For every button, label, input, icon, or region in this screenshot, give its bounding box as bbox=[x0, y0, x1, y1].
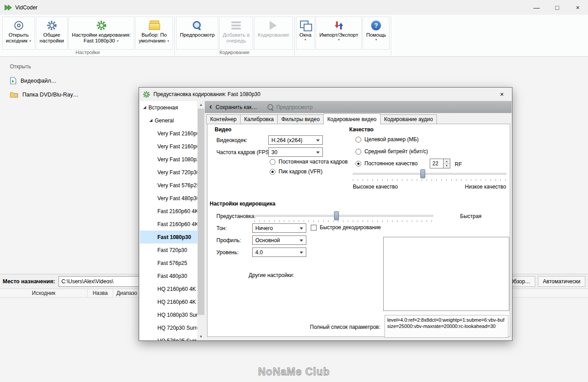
tab-video-encoding[interactable]: Кодирование видео bbox=[323, 113, 381, 124]
preset-item-label: Fast 480p30 bbox=[157, 273, 187, 279]
toolbar-group-encoding: Предпросмотр Добавить в очередь Кодирова… bbox=[175, 16, 294, 56]
slider-thumb[interactable] bbox=[334, 211, 339, 220]
column-header-range[interactable]: Диапазо bbox=[113, 289, 141, 297]
encode-label: Кодирование bbox=[258, 32, 289, 38]
open-source-button[interactable]: Открыть исходник▼ bbox=[2, 17, 35, 50]
preset-item-label: Very Fast 2160p6 bbox=[157, 143, 197, 150]
rf-spinner[interactable]: 22 ▲ ▼ bbox=[430, 159, 450, 168]
preset-item-label: Very Fast 1080p3 bbox=[157, 156, 197, 163]
radio-circle bbox=[270, 169, 275, 175]
preset-item-selected[interactable]: Fast 1080p30 bbox=[140, 231, 197, 243]
preview-label: Предпросмотр bbox=[180, 32, 215, 38]
caret-icon: ▼ bbox=[116, 39, 119, 43]
preset-item[interactable]: Very Fast 720p30 bbox=[140, 166, 197, 179]
encode-button[interactable]: Кодирование bbox=[254, 17, 292, 50]
help-button[interactable]: ? Помощь ▼ bbox=[363, 17, 389, 50]
preset-item[interactable]: Fast 2160p60 4K . bbox=[140, 205, 197, 218]
extra-options-input[interactable] bbox=[383, 237, 509, 311]
scroll-up-icon[interactable]: ▲ bbox=[197, 101, 205, 109]
vfr-radio[interactable]: Пик кадров (VFR) bbox=[270, 168, 322, 175]
preset-item[interactable]: HQ 2160p60 4K H bbox=[140, 295, 197, 308]
slider-track[interactable] bbox=[353, 173, 506, 175]
toolbar-group-settings: Открыть исходник▼ Общие настройки bbox=[1, 16, 175, 56]
level-select[interactable]: 4.0 bbox=[252, 248, 306, 257]
preset-item-label: Very Fast 2160p6 bbox=[157, 130, 197, 137]
target-size-radio[interactable]: Целевой размер (МБ) bbox=[355, 136, 419, 143]
auto-destination-button[interactable]: Автоматически bbox=[538, 276, 585, 287]
picker-label-2: умолчанию bbox=[139, 38, 165, 44]
green-gear-icon bbox=[96, 20, 107, 31]
preset-item[interactable]: Fast 720p30 bbox=[140, 243, 197, 256]
preset-item[interactable]: Fast 480p30 bbox=[140, 269, 197, 282]
tab-container[interactable]: Контейнер bbox=[206, 114, 241, 124]
video-encoding-panel: Видео Видеокодек: H.264 (x264) Частота к… bbox=[207, 124, 510, 337]
windows-button[interactable]: Окна ▼ bbox=[296, 17, 315, 50]
general-settings-button[interactable]: Общие настройки bbox=[36, 17, 67, 50]
preset-item[interactable]: HQ 1080p30 Surr bbox=[140, 308, 197, 321]
quality-slider[interactable] bbox=[353, 169, 506, 179]
preview-button[interactable]: Предпросмотр bbox=[176, 17, 218, 50]
preset-item-label: HQ 2160p60 4K A bbox=[157, 286, 197, 292]
save-as-button[interactable]: Сохранить как… bbox=[216, 104, 257, 110]
preset-item[interactable]: Very Fast 480p30 bbox=[140, 192, 197, 205]
tune-select[interactable]: Ничего bbox=[252, 223, 306, 233]
slider-thumb[interactable] bbox=[420, 169, 425, 178]
slider-track[interactable] bbox=[254, 215, 433, 217]
column-header-source[interactable]: Исходник bbox=[0, 289, 88, 297]
preset-item[interactable]: Very Fast 2160p6 bbox=[140, 127, 197, 140]
tab-sizing[interactable]: Калибровка bbox=[240, 114, 278, 124]
scroll-down-icon[interactable]: ▼ bbox=[197, 333, 205, 340]
back-button[interactable]: ‹ bbox=[209, 102, 212, 110]
tree-node-general[interactable]: General bbox=[140, 114, 197, 127]
encoding-settings-button[interactable]: Настройки кодирования: Fast 1080p30▼ bbox=[68, 17, 134, 50]
open-video-file-button[interactable]: Видеофайл… bbox=[10, 77, 79, 84]
cfr-radio[interactable]: Постоянная частота кадров bbox=[270, 159, 348, 165]
preset-item-label: Fast 2160p60 4K . bbox=[157, 208, 197, 214]
preset-item[interactable]: Very Fast 2160p6 bbox=[140, 140, 197, 153]
preset-item[interactable]: Fast 2160p60 4K bbox=[140, 218, 197, 231]
fast-decode-checkbox[interactable]: Быстрое декодирование bbox=[311, 224, 381, 231]
picker-button[interactable]: Выбор: По умолчанию▼ bbox=[135, 17, 173, 50]
general-settings-label-2: настройки bbox=[39, 38, 63, 44]
tab-video-filters[interactable]: Фильтры видео bbox=[277, 114, 324, 124]
preset-item[interactable]: Very Fast 576p25 bbox=[140, 179, 197, 192]
dialog-titlebar: Предустановка кодирования: Fast 1080p30 … bbox=[139, 88, 512, 101]
preset-item-label: Fast 576p25 bbox=[157, 260, 187, 266]
encoder-preset-slider[interactable] bbox=[254, 211, 433, 221]
constant-quality-radio[interactable]: Постоянное качество bbox=[355, 160, 418, 167]
encoding-settings-label-2: Fast 1080p30 bbox=[84, 38, 115, 44]
spin-up-icon[interactable]: ▲ bbox=[444, 159, 450, 164]
preset-item[interactable]: HQ 2160p60 4K A bbox=[140, 282, 197, 295]
scrollbar-thumb[interactable] bbox=[198, 109, 204, 315]
preset-item-label: HQ 1080p30 Surr bbox=[157, 312, 197, 318]
close-button[interactable]: × bbox=[567, 0, 588, 15]
avg-bitrate-radio[interactable]: Средний битрейт (кбит/с) bbox=[355, 148, 428, 155]
encoder-preset-ticks bbox=[254, 220, 433, 222]
toolbar-group-label-settings: Настройки bbox=[1, 50, 174, 55]
constant-quality-label: Постоянное качество bbox=[364, 160, 418, 167]
preset-item[interactable]: HQ 720p30 Surro bbox=[140, 321, 197, 334]
add-to-queue-button[interactable]: Добавить в очередь bbox=[219, 17, 253, 50]
open-dvd-folder-button[interactable]: Папка DVD/Blu-Ray… bbox=[10, 91, 79, 98]
dialog-close-button[interactable]: × bbox=[492, 88, 512, 101]
full-params-value: level=4.0:ref=2:8x8dct=0:weightp=1:subme… bbox=[385, 315, 508, 338]
spin-down-icon[interactable]: ▼ bbox=[444, 164, 450, 168]
preset-item[interactable]: Very Fast 1080p3 bbox=[140, 153, 197, 166]
dialog-preview-button[interactable]: Предпросмотр bbox=[267, 104, 313, 110]
level-label: Уровень: bbox=[216, 249, 239, 256]
codec-select[interactable]: H.264 (x264) bbox=[268, 135, 323, 145]
preset-item[interactable]: Fast 576p25 bbox=[140, 256, 197, 269]
preset-list-scrollbar[interactable]: ▲ ▼ bbox=[197, 101, 205, 340]
tab-audio-encoding[interactable]: Кодирование аудио bbox=[380, 114, 437, 124]
tree-node-built-in[interactable]: Встроенная bbox=[140, 101, 197, 114]
fps-select[interactable]: 30 bbox=[268, 147, 323, 157]
radio-circle bbox=[355, 149, 361, 155]
rf-value[interactable]: 22 bbox=[430, 159, 444, 168]
profile-select[interactable]: Основной bbox=[252, 235, 306, 245]
column-header-name[interactable]: Назва bbox=[88, 289, 113, 297]
maximize-button[interactable]: □ bbox=[547, 0, 567, 15]
preset-item[interactable]: HQ 576p25 Surr bbox=[140, 334, 197, 340]
minimize-button[interactable]: — bbox=[526, 0, 547, 15]
import-export-button[interactable]: Импорт/Экспорт ▼ bbox=[316, 17, 362, 50]
picker-label-1: Выбор: По bbox=[142, 32, 167, 38]
